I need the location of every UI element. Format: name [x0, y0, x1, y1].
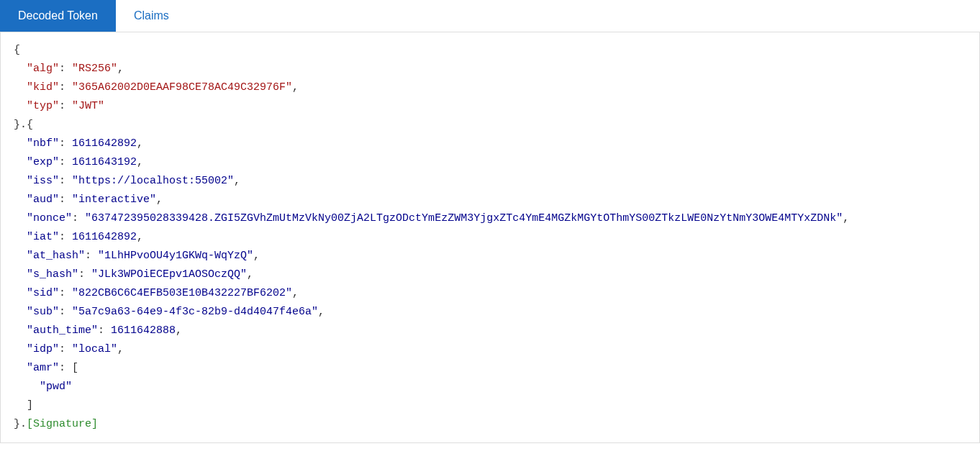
tab-claims[interactable]: Claims	[116, 0, 187, 32]
decoded-token-content: { ″alg″: ″RS256″, ″kid″: ″365A62002D0EAA…	[0, 32, 980, 443]
tab-decoded-token[interactable]: Decoded Token	[0, 0, 116, 32]
tab-bar: Decoded Token Claims	[0, 0, 980, 32]
